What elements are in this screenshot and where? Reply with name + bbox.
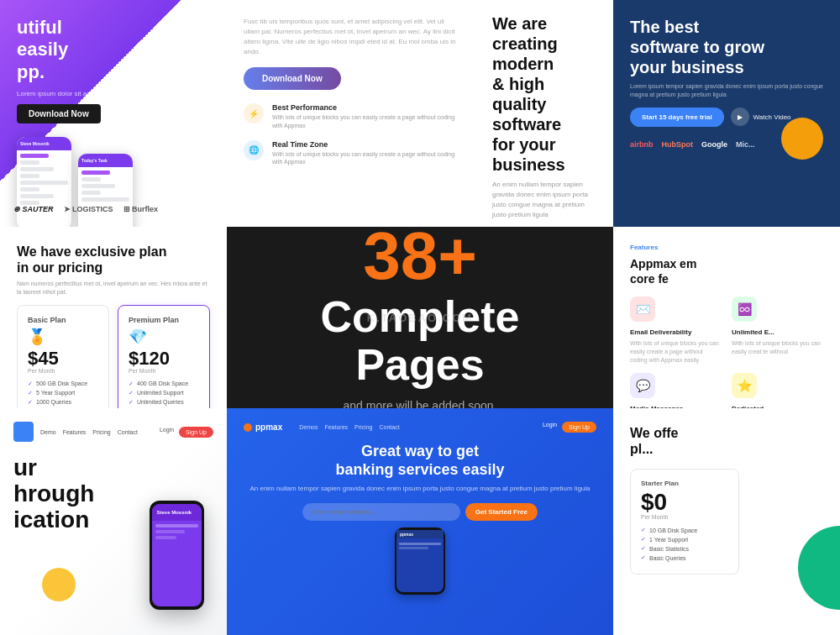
banking-nav: ppmax Demos Features Pricing Contact Log…	[244, 422, 596, 433]
basic-plan-features: 500 GB Disk Space 5 Year Support 1000 Qu…	[28, 380, 98, 408]
ml-subtext: Nam numeros perfectlius met ot, invel ap…	[17, 280, 210, 297]
tc-lorem: Fusc tib uis temporibus quos sunt, et am…	[244, 17, 462, 57]
creating-headline: We are creating modern & high quality so…	[492, 13, 600, 175]
starter-plan-features: 10 GB Disk Space 1 Year Support Basic St…	[641, 527, 728, 561]
banking-phone-preview: ppmax	[395, 527, 445, 595]
complete-pages-text: Complete Pages	[321, 293, 520, 389]
premium-plan-icon: 💎	[129, 328, 199, 346]
feature-rt-text: With lots of unique blocks you can easil…	[272, 150, 462, 167]
feature-realtime: 🌐 Real Time Zone With lots of unique blo…	[244, 140, 462, 167]
cell-bottom-center: ppmax Demos Features Pricing Contact Log…	[227, 408, 613, 635]
creating-sub: An enim nullam tempor sapien gravida don…	[492, 180, 600, 220]
cell-bottom-right: We offe pl... Starter Plan $0 Per Month …	[613, 408, 840, 635]
mr-unlimited: ♾️ Unlimited E... With lots of unique bl…	[732, 297, 823, 364]
tl-logos: ⊛ SAUTER ➤ LOGISTICS ⊞ Burflex	[13, 205, 158, 213]
mr-headline: Appmax em core fe	[630, 256, 823, 286]
basic-plan-period: Per Month	[28, 368, 98, 374]
premium-plan-period: Per Month	[129, 368, 199, 374]
basic-plan-price: $45	[28, 349, 98, 368]
premium-plan-card: Premium Plan 💎 $120 Per Month 400 GB Dis…	[118, 305, 210, 408]
logo-logistics: ➤ LOGISTICS	[64, 205, 113, 213]
starter-plan-name: Starter Plan	[641, 480, 728, 487]
tc-left: Fusc tib uis temporibus quos sunt, et am…	[227, 0, 479, 227]
starter-plan-period: Per Month	[641, 514, 728, 520]
cell-top-center: Fusc tib uis temporibus quos sunt, et am…	[227, 0, 613, 227]
bl-nav-btns: Login Sign Up	[160, 427, 213, 438]
logo-google: Google	[701, 140, 727, 149]
unlimited-icon: ♾️	[732, 297, 757, 322]
feature-performance: ⚡ Best Performance With lots of unique b…	[244, 103, 462, 130]
premium-plan-price: $120	[129, 349, 199, 368]
cell-mid-right: Features Appmax em core fe ✉️ Email Deli…	[613, 227, 840, 408]
tr-headline: The best software to grow your business	[630, 17, 823, 77]
banking-phone-screen: ppmax	[396, 530, 444, 592]
mr-features-bottom: 💬 Media Messages With lots of unique blo…	[630, 373, 823, 408]
email-deliver-icon: ✉️	[630, 297, 655, 322]
play-icon: ▶	[731, 108, 749, 126]
unlimited-text: With lots of unique blocks you can easil…	[732, 339, 823, 356]
cell-mid-left: We have exclusive plan in our pricing Na…	[0, 227, 227, 408]
feature-perf-text: With lots of unique blocks you can easil…	[272, 113, 462, 130]
mr-media-messages: 💬 Media Messages With lots of unique blo…	[630, 373, 722, 408]
banking-headline: Great way to get banking services easily	[244, 443, 596, 479]
big-number: 38+	[363, 223, 477, 290]
dedicated-icon: ⭐	[732, 373, 757, 398]
tl-download-btn[interactable]: Download Now	[17, 104, 101, 123]
basic-plan-icon: 🏅	[28, 328, 98, 346]
creating-section: We are creating modern & high quality so…	[479, 0, 613, 227]
banking-nav-btns: Login Sign Up	[543, 422, 596, 433]
email-deliver-title: Email Deliverability	[630, 328, 722, 336]
logo-dot	[244, 423, 252, 432]
tl-subtext: Lorem ipsum dolor sit amet consectetur	[17, 90, 210, 97]
banking-nav-links: Demos Features Pricing Contact	[299, 424, 399, 430]
cell-top-right: The best software to grow your business …	[613, 0, 840, 227]
premium-plan-name: Premium Plan	[129, 316, 199, 324]
mr-dedicated: ⭐ Dedicated ... With lots of unique bloc…	[732, 373, 823, 408]
tc-features: ⚡ Best Performance With lots of unique b…	[244, 103, 462, 166]
logo-hubspot: HubSpot	[662, 140, 694, 149]
mr-features-top: ✉️ Email Deliverability With lots of uni…	[630, 297, 823, 364]
cell-mid-center: 38+ Complete Pages and more will be adde…	[227, 227, 613, 408]
yellow-deco-circle	[42, 568, 76, 601]
banking-subtext: An enim nullam tempor sapien gravida don…	[244, 484, 596, 493]
trial-btn[interactable]: Start 15 days free trial	[630, 108, 724, 127]
logo-sauter: ⊛ SAUTER	[13, 205, 54, 213]
starter-plan-price: $0	[641, 491, 728, 514]
banking-logo: ppmax	[244, 422, 282, 432]
bl-logo	[13, 422, 34, 442]
tl-headline: utiful easily pp.	[17, 17, 210, 83]
starter-plan-card: Starter Plan $0 Per Month 10 GB Disk Spa…	[630, 469, 739, 575]
realtime-icon: 🌐	[244, 140, 264, 160]
tc-download-btn[interactable]: Download Now	[244, 67, 341, 90]
green-semicircle-decoration	[798, 526, 840, 610]
unlimited-title: Unlimited E...	[732, 328, 823, 336]
pricing-cards: Basic Plan 🏅 $45 Per Month 500 GB Disk S…	[17, 305, 210, 408]
banking-email-input[interactable]	[302, 503, 460, 521]
premium-plan-features: 400 GB Disk Space Unlimited Support Unli…	[129, 380, 199, 408]
mr-email-deliverability: ✉️ Email Deliverability With lots of uni…	[630, 297, 722, 364]
bl-nav-links: Demo Features Pricing Contact	[40, 429, 138, 435]
yellow-circle-decoration	[781, 118, 823, 160]
media-icon: 💬	[630, 373, 655, 398]
banking-cta-btn[interactable]: Get Started Free	[465, 503, 538, 521]
email-deliver-text: With lots of unique blocks you can easil…	[630, 339, 722, 364]
cell-top-left: utiful easily pp. Lorem ipsum dolor sit …	[0, 0, 227, 227]
phone-hand: Steve Mossnik	[134, 501, 218, 635]
main-grid: utiful easily pp. Lorem ipsum dolor sit …	[0, 0, 840, 635]
basic-plan-name: Basic Plan	[28, 316, 98, 324]
tr-subtext: Lorem ipsum tempor sapien gravida donec …	[630, 82, 823, 99]
phone-screen: Steve Mossnik	[152, 504, 202, 606]
tc-right: We are creating modern & high quality so…	[479, 0, 613, 227]
br-headline: We offe pl...	[630, 425, 823, 457]
bl-nav: Demo Features Pricing Contact Login Sign…	[13, 422, 213, 442]
ml-headline: We have exclusive plan in our pricing	[17, 244, 210, 276]
phone-visual: Steve Mossnik	[150, 501, 204, 610]
mr-feature-tag: Features	[630, 244, 823, 251]
watch-video-btn[interactable]: ▶ Watch Video	[731, 108, 791, 126]
feature-perf-title: Best Performance	[272, 103, 462, 112]
logo-burflex: ⊞ Burflex	[123, 205, 159, 213]
feature-rt-title: Real Time Zone	[272, 140, 462, 149]
logo-microsoft: Mic...	[736, 140, 755, 149]
cell-bottom-left: Demo Features Pricing Contact Login Sign…	[0, 408, 227, 635]
performance-icon: ⚡	[244, 103, 264, 123]
